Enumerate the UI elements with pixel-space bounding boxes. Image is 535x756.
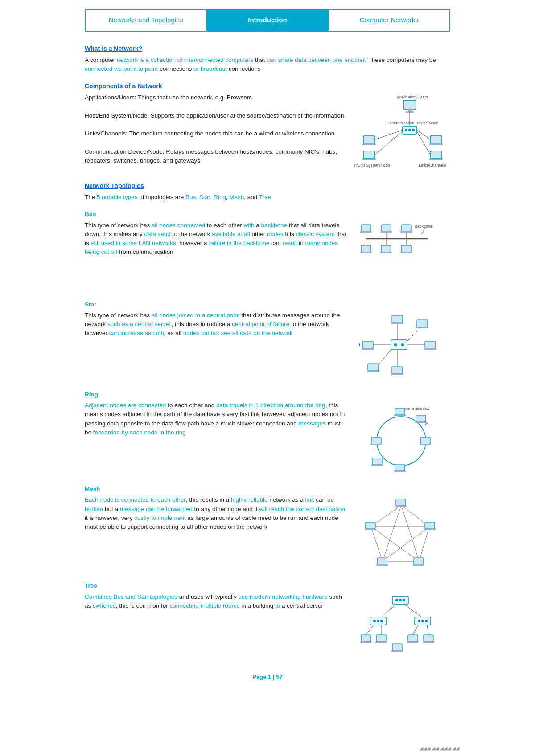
svg-rect-125: [423, 642, 434, 643]
bus-svg: Backbone: [357, 221, 446, 292]
svg-line-63: [407, 327, 421, 341]
header-bar: Networks and Topologies Introduction Com…: [85, 9, 450, 32]
svg-line-113: [381, 604, 397, 617]
svg-line-90: [371, 527, 383, 561]
svg-rect-119: [375, 642, 387, 643]
highlight-bus: Bus: [185, 194, 196, 200]
tree-text: Combines Bus and Star topologies and use…: [85, 593, 348, 611]
star-text: This type of network has all nodes joine…: [85, 311, 348, 338]
highlight-point-to-point: connected via point to point: [85, 65, 158, 72]
components-layout: Applications/Users: Things that use the …: [85, 93, 450, 173]
svg-rect-62: [416, 327, 428, 328]
mesh-diagram: [352, 495, 450, 573]
svg-point-103: [399, 599, 402, 601]
svg-point-67: [377, 417, 426, 466]
svg-line-126: [427, 625, 428, 635]
svg-point-110: [418, 620, 420, 622]
svg-rect-128: [391, 650, 403, 652]
star-layout: This type of network has all nodes joine…: [85, 311, 450, 382]
svg-rect-80: [371, 465, 383, 466]
svg-text:Backbone: Backbone: [415, 224, 432, 229]
svg-line-82: [401, 505, 419, 561]
svg-rect-79: [372, 458, 382, 465]
svg-rect-49: [392, 315, 403, 323]
header-center: Introduction: [207, 10, 328, 31]
bus-text: This type of network has all nodes conne…: [85, 221, 348, 257]
svg-rect-127: [392, 644, 402, 650]
star-svg: [359, 311, 444, 382]
mesh-svg: [357, 495, 446, 573]
highlight-star: Star: [199, 194, 210, 200]
topologies-intro: The 5 notable types of topologies are Bu…: [85, 193, 450, 202]
components-title: Components of a Network: [85, 82, 450, 91]
svg-rect-52: [392, 367, 403, 374]
mesh-text: Each node is connected to each other, th…: [85, 495, 348, 531]
footer: Page 1 | 57: [85, 673, 450, 682]
svg-rect-96: [413, 564, 424, 566]
header-right: Computer Networks: [328, 10, 449, 31]
svg-point-111: [421, 620, 424, 622]
components-item-3: Links/Channels: The medium connecting th…: [85, 129, 348, 138]
svg-rect-65: [367, 371, 379, 372]
section-mesh: Mesh Each node is connected to each othe…: [85, 485, 450, 573]
svg-line-89: [371, 527, 419, 561]
svg-rect-1: [403, 100, 416, 109]
svg-rect-115: [361, 635, 371, 642]
section-bus: Bus This type of network has all nodes c…: [85, 210, 450, 292]
svg-point-112: [425, 620, 428, 622]
svg-rect-100: [365, 529, 376, 530]
svg-rect-122: [407, 642, 419, 643]
tree-svg: [357, 593, 446, 655]
svg-rect-121: [408, 635, 418, 642]
svg-line-66: [379, 350, 391, 364]
svg-rect-40: [380, 252, 392, 253]
svg-rect-77: [416, 415, 426, 422]
highlight-network-collection: network is a collection of interconnecte…: [117, 57, 253, 63]
components-item-4: Communication Device/Node: Relays messag…: [85, 147, 348, 166]
svg-rect-17: [362, 159, 376, 160]
svg-line-123: [413, 625, 418, 635]
svg-rect-2: [408, 109, 412, 111]
svg-rect-71: [420, 437, 430, 444]
svg-rect-76: [370, 444, 382, 445]
svg-rect-78: [415, 422, 427, 423]
tree-diagram: [352, 593, 450, 655]
svg-rect-59: [424, 348, 436, 350]
svg-rect-74: [394, 471, 406, 472]
section-what-is-network: What is a Network? A computer network is…: [85, 44, 450, 74]
svg-line-117: [366, 625, 374, 635]
highlight-5-types: 5 notable types: [97, 194, 138, 200]
svg-rect-73: [395, 464, 405, 471]
bottom-decoration: ◢◢◢ ◢◢ ◢◢◢ ◢◢: [420, 744, 459, 752]
section-ring: Ring Adjacent nodes are connected to eac…: [85, 390, 450, 477]
highlight-ring: Ring: [214, 194, 226, 200]
ring-body: Adjacent nodes are connected to each oth…: [85, 401, 348, 437]
ring-text: Adjacent nodes are connected to each oth…: [85, 401, 348, 437]
svg-point-47: [359, 343, 360, 346]
highlight-broadcast: or broadcast: [193, 65, 227, 72]
svg-point-107: [377, 620, 379, 622]
ring-svg: Direction of data flow: [359, 401, 444, 477]
svg-rect-14: [430, 151, 442, 159]
svg-rect-56: [362, 348, 374, 350]
svg-rect-37: [360, 252, 372, 253]
svg-rect-75: [371, 437, 381, 444]
svg-point-108: [380, 620, 383, 622]
svg-rect-55: [362, 341, 373, 348]
what-is-network-body: A computer network is a collection of in…: [85, 56, 450, 74]
svg-point-104: [403, 599, 405, 601]
svg-rect-116: [360, 642, 372, 643]
svg-line-114: [404, 604, 421, 617]
svg-rect-69: [395, 408, 405, 415]
svg-rect-34: [400, 231, 412, 233]
svg-rect-42: [401, 245, 411, 252]
svg-line-85: [419, 527, 429, 561]
highlight-tree: Tree: [259, 194, 271, 200]
svg-rect-93: [425, 522, 435, 529]
svg-rect-45: [391, 340, 407, 350]
bus-title: Bus: [85, 210, 450, 219]
svg-rect-118: [376, 635, 386, 642]
svg-line-83: [383, 505, 401, 561]
svg-point-6: [405, 129, 407, 131]
mesh-layout: Each node is connected to each other, th…: [85, 495, 450, 573]
